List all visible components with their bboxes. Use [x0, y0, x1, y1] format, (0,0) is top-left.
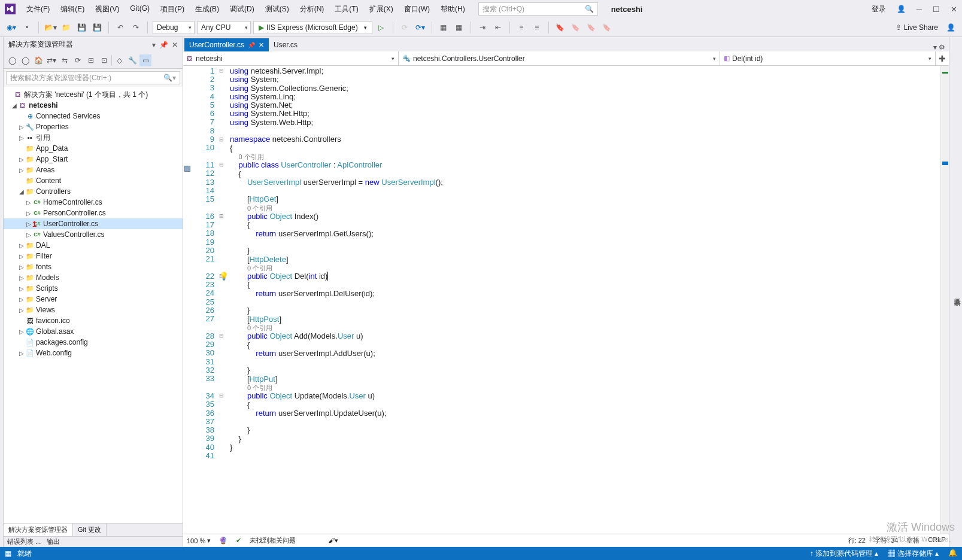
menu-project[interactable]: 项目(P)	[156, 2, 189, 17]
source-control-button[interactable]: ↑ 添加到源代码管理 ▴	[810, 549, 879, 559]
folder-scripts[interactable]: ▷📁Scripts	[4, 283, 183, 294]
file-global[interactable]: ▷🌐Global.asax	[4, 326, 183, 337]
sol-nav-icon[interactable]: ◯	[19, 54, 31, 66]
folder-models[interactable]: ▷📁Models	[4, 272, 183, 283]
editor-tab-usercontroller[interactable]: UserController.cs📌✕	[184, 38, 269, 51]
pin-icon[interactable]: 📌	[159, 41, 168, 49]
nav-back-button[interactable]: ◉▾	[5, 21, 18, 34]
status-crlf[interactable]: CRLF	[928, 536, 945, 545]
folder-dal[interactable]: ▷📁DAL	[4, 240, 183, 251]
menu-debug[interactable]: 调试(D)	[225, 2, 259, 17]
connected-services-node[interactable]: ⊕Connected Services	[4, 111, 183, 121]
sol-wrench-icon[interactable]: 🔧	[126, 54, 138, 66]
nav-fwd-button[interactable]: •	[20, 21, 34, 34]
platform-dropdown[interactable]: Any CPU	[197, 21, 251, 34]
tab-output[interactable]: 输出	[47, 537, 60, 546]
bookmark-icon[interactable]: 🔖	[554, 21, 567, 34]
references-node[interactable]: ▷▪▪引用	[4, 132, 183, 143]
tab-pin-icon[interactable]: 📌	[248, 42, 255, 48]
live-share-button[interactable]: ⇪ Live Share	[892, 23, 942, 32]
window-menu-icon[interactable]: ▾	[152, 41, 156, 49]
save-button[interactable]: 💾	[75, 21, 88, 34]
nav-split-icon[interactable]: ✚	[936, 51, 949, 65]
menu-edit[interactable]: 编辑(E)	[56, 2, 89, 17]
folder-controllers[interactable]: ◢📁Controllers	[4, 186, 183, 197]
publish-icon[interactable]: ▦	[453, 21, 466, 34]
folder-views[interactable]: ▷📁Views	[4, 305, 183, 315]
file-favicon[interactable]: 🖼favicon.ico	[4, 315, 183, 326]
run-noDebug-button[interactable]: ▷	[375, 21, 388, 34]
file-webconfig[interactable]: ▷📄Web.config	[4, 348, 183, 358]
file-usercontroller[interactable]: 1▷C#UserController.cs	[4, 218, 183, 229]
repo-button[interactable]: ▦ 选择存储库 ▴	[888, 549, 939, 559]
nav-method-dropdown[interactable]: ◧Del(int id)	[720, 51, 936, 65]
bookmark4-icon[interactable]: 🔖	[600, 21, 614, 34]
folder-filter[interactable]: ▷📁Filter	[4, 251, 183, 261]
user-icon[interactable]: 👤	[897, 5, 906, 13]
menu-test[interactable]: 测试(S)	[260, 2, 294, 17]
step-icon[interactable]: ⇥	[476, 21, 489, 34]
properties-node[interactable]: ▷🔧Properties	[4, 121, 183, 132]
menu-file[interactable]: 文件(F)	[22, 2, 54, 17]
sol-home-icon[interactable]: 🏠	[32, 54, 44, 66]
menu-help[interactable]: 帮助(H)	[436, 2, 470, 17]
solution-search[interactable]: 搜索解决方案资源管理器(Ctrl+;) 🔍▾	[6, 71, 180, 84]
login-link[interactable]: 登录	[872, 4, 886, 14]
folder-appdata[interactable]: 📁App_Data	[4, 143, 183, 154]
nav-class-dropdown[interactable]: 🔩netceshi.Controllers.UserController	[399, 51, 720, 65]
tab-error-list[interactable]: 错误列表 ...	[7, 537, 41, 546]
sol-sync-icon[interactable]: ⇆	[59, 54, 71, 66]
code-editor[interactable]: 1234567891011121314151617181920212223242…	[183, 66, 949, 534]
code-content[interactable]: using netceshi.Server.Impl;using System;…	[227, 66, 940, 534]
health-icon[interactable]: 🔮	[219, 537, 227, 544]
editor-tabs-menu-icon[interactable]: ▾ ⚙	[930, 43, 949, 51]
sol-refresh-icon[interactable]: ⟳	[72, 54, 84, 66]
quick-search[interactable]: 搜索 (Ctrl+Q) 🔍	[478, 2, 598, 16]
sol-showall-icon[interactable]: ⊡	[98, 54, 110, 66]
solution-node[interactable]: ⛋解决方案 'netceshi' (1 个项目，共 1 个)	[4, 89, 183, 100]
folder-content[interactable]: 📁Content	[4, 175, 183, 186]
maximize-button[interactable]: ☐	[933, 5, 940, 14]
browser-link-icon[interactable]: ⟳	[398, 21, 411, 34]
menu-window[interactable]: 窗口(W)	[399, 2, 435, 17]
overview-ruler[interactable]	[940, 66, 949, 534]
bookmark2-icon[interactable]: 🔖	[569, 21, 582, 34]
file-packages[interactable]: 📄packages.config	[4, 337, 183, 348]
status-col[interactable]: 字符: 34	[874, 536, 898, 545]
menu-analyze[interactable]: 分析(N)	[295, 2, 329, 17]
save-all-button[interactable]: 💾	[90, 21, 104, 34]
close-button[interactable]: ✕	[951, 5, 957, 14]
sol-prop-icon[interactable]: ◇	[113, 54, 125, 66]
folder-server[interactable]: ▷📁Server	[4, 294, 183, 305]
sol-preview-icon[interactable]: ▭	[139, 54, 151, 66]
file-valuescontroller[interactable]: ▷C#ValuesController.cs	[4, 229, 183, 240]
config-dropdown[interactable]: Debug	[153, 21, 195, 34]
undo-button[interactable]: ↶	[114, 21, 127, 34]
menu-view[interactable]: 视图(V)	[90, 2, 124, 17]
minimize-button[interactable]: ─	[917, 5, 922, 14]
status-line[interactable]: 行: 22	[848, 536, 866, 545]
comment-icon[interactable]: ≡	[515, 21, 528, 34]
tab-git-changes[interactable]: Git 更改	[73, 524, 107, 536]
uncomment-icon[interactable]: ≡	[530, 21, 544, 34]
db-icon[interactable]: ▦	[437, 21, 450, 34]
home-icon[interactable]: ◯	[6, 54, 18, 66]
tab-close-icon[interactable]: ✕	[259, 41, 264, 49]
folder-appstart[interactable]: ▷📁App_Start	[4, 154, 183, 165]
nav-project-dropdown[interactable]: ⛋netceshi	[183, 51, 399, 65]
menu-tools[interactable]: 工具(T)	[330, 2, 363, 17]
run-button[interactable]: ▶IIS Express (Microsoft Edge)▾	[253, 21, 372, 34]
open-button[interactable]: 📁	[59, 21, 72, 34]
redo-button[interactable]: ↷	[129, 21, 142, 34]
right-tool-strip[interactable]: 诊断工具	[949, 37, 962, 547]
menu-extensions[interactable]: 扩展(X)	[365, 2, 398, 17]
menu-git[interactable]: Git(G)	[125, 2, 154, 17]
sol-collapse-icon[interactable]: ⊟	[85, 54, 97, 66]
indent-icon[interactable]: ⇤	[491, 21, 505, 34]
cleanup-icon[interactable]: 🖌▾	[328, 537, 338, 544]
zoom-dropdown[interactable]: 100 % ▾	[187, 537, 211, 544]
status-space[interactable]: 空格	[906, 536, 919, 545]
file-personcontroller[interactable]: ▷C#PersonController.cs	[4, 208, 183, 218]
menu-build[interactable]: 生成(B)	[190, 2, 224, 17]
folder-fonts[interactable]: ▷📁fonts	[4, 261, 183, 272]
